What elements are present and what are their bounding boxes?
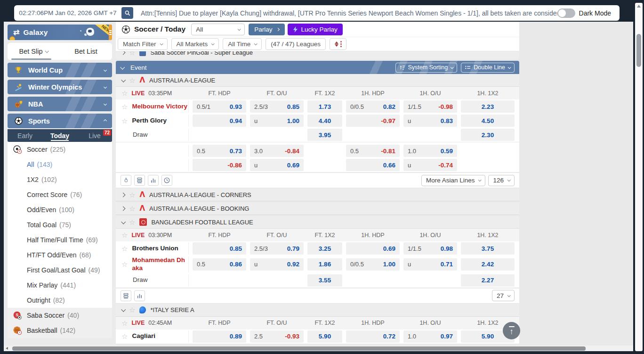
parlay-button[interactable]: Parlay	[249, 24, 285, 35]
rows-icon[interactable]	[121, 290, 131, 301]
odds-cell[interactable]: 2.5/30.85	[250, 100, 304, 113]
league-header[interactable]: ☆BANGLADESH FOOTBALL LEAGUE	[116, 216, 519, 229]
sport-item-outright[interactable]: Outright(82)	[8, 293, 112, 308]
match-filter-button[interactable]: Match Filter	[118, 38, 168, 50]
odds-cell[interactable]: 1.00.59	[403, 145, 457, 157]
favorite-star-icon[interactable]: ☆	[121, 333, 128, 340]
odds-cell[interactable]: 0.94	[193, 115, 246, 127]
odds-cell[interactable]: 0.72	[346, 330, 400, 343]
odds-cell[interactable]: 0.50.73	[193, 145, 246, 157]
odds-cell[interactable]: 5.90	[307, 330, 342, 343]
dark-mode-toggle[interactable]	[557, 8, 575, 18]
odds-cell[interactable]: 2.30	[461, 129, 515, 141]
league-header[interactable]: ☆ΛAUSTRALIA A-LEAGUE - BOOKING	[116, 202, 519, 215]
odds-cell[interactable]: 1.00.97	[403, 330, 457, 343]
league-header[interactable]: ☆ Saba Soccer PinGoal - Super League	[116, 51, 519, 59]
sport-item-first-goal-last-goal[interactable]: First Goal/Last Goal(49)	[8, 263, 112, 278]
odds-cell[interactable]: 0.5-0.81	[346, 145, 400, 157]
favorite-star-icon[interactable]: ☆	[121, 320, 128, 327]
odds-cell[interactable]: u1.00	[250, 115, 304, 127]
lucky-parlay-button[interactable]: Lucky Parlay	[288, 24, 342, 35]
section-select[interactable]: 126	[488, 175, 515, 186]
odds-cell[interactable]: 1/1.5-0.98	[403, 100, 457, 113]
odds-cell[interactable]: 2.27	[461, 274, 515, 287]
favorite-star-icon[interactable]: ☆	[129, 306, 135, 313]
odds-cell[interactable]: 2.5/30.79	[250, 242, 304, 255]
odds-cell[interactable]: 4.40	[307, 115, 342, 127]
favorite-star-icon[interactable]: ☆	[129, 205, 135, 212]
odds-cell[interactable]: 0.50.86	[193, 258, 246, 271]
sport-item-ht-ft-odd-even[interactable]: HT/FT Odd/Even(68)	[8, 247, 112, 263]
sidebar-item-nba[interactable]: NBA	[8, 97, 112, 111]
section-select[interactable]: 27	[492, 290, 515, 301]
favorite-star-icon[interactable]: ☆	[129, 219, 135, 226]
sport-item-saba-soccer[interactable]: SSaba Soccer(40)	[8, 308, 112, 323]
odds-cell[interactable]: 3.75	[461, 242, 515, 255]
favorite-star-icon[interactable]: ☆	[121, 90, 128, 97]
streak-icon[interactable]	[121, 175, 131, 186]
scroll-to-top-button[interactable]: ↑	[503, 322, 520, 339]
odds-cell[interactable]: u0.92	[250, 258, 304, 271]
odds-cell[interactable]: 0/0.51.00	[346, 258, 400, 271]
sport-item-soccer[interactable]: Soccer(225)	[8, 142, 112, 157]
horizontal-scrollbar[interactable]	[4, 346, 633, 351]
sport-item-half-time-full-time[interactable]: Half Time/Full Time(69)	[8, 232, 112, 247]
odds-cell[interactable]: 3.95	[307, 129, 342, 141]
odds-cell[interactable]: 0.5/10.93	[193, 100, 246, 113]
odds-cell[interactable]: 3.55	[307, 274, 342, 287]
sport-item-1x2[interactable]: 1X2(102)	[8, 172, 112, 187]
odds-cell[interactable]: 3.0-0.84	[250, 145, 304, 157]
odds-cell[interactable]: -0.97	[346, 115, 400, 127]
all-markets-button[interactable]: All Markets	[171, 38, 219, 50]
odds-cell[interactable]: 0.89	[193, 330, 246, 343]
horizontal-scrollbar-thumb[interactable]	[12, 346, 586, 351]
search-button[interactable]	[121, 7, 133, 19]
league-header[interactable]: ☆ΛAUSTRALIA A-LEAGUE	[116, 74, 519, 87]
sidebar-item-winter-olympics[interactable]: Winter Olympics	[8, 80, 112, 94]
tab-today[interactable]: Today	[42, 129, 77, 142]
brand-banner[interactable]: ⇄ Galaxy NEW	[8, 25, 112, 40]
favorite-star-icon[interactable]: ☆	[121, 245, 128, 252]
sidebar-item-world-cup[interactable]: World Cup	[8, 63, 112, 77]
sport-item-total-goal[interactable]: Total Goal(75)	[8, 217, 112, 232]
odds-cell[interactable]: 0.66	[346, 159, 400, 171]
sidebar-item-sports[interactable]: Sports	[8, 114, 112, 128]
leagues-count-button[interactable]: (47 / 47) Leagues	[266, 38, 326, 50]
odds-cell[interactable]: 1.86	[307, 258, 342, 271]
favorite-star-icon[interactable]: ☆	[121, 261, 128, 268]
chart-icon[interactable]	[148, 175, 159, 186]
odds-cell[interactable]: 2.42	[461, 258, 515, 271]
chart-icon[interactable]	[134, 290, 145, 301]
odds-cell[interactable]: 4.50	[461, 115, 515, 127]
odds-cell[interactable]: 3.25	[307, 242, 342, 255]
scroll-left-arrow-icon[interactable]	[6, 347, 8, 350]
favorite-star-icon[interactable]: ☆	[129, 51, 135, 56]
section-select[interactable]: More Asian Lines	[421, 175, 486, 186]
odds-cell[interactable]: 2.5-0.93	[250, 330, 304, 343]
odds-cell[interactable]: u0.83	[403, 115, 457, 127]
odds-cell[interactable]: -0.86	[193, 159, 246, 171]
tab-early[interactable]: Early	[8, 129, 42, 142]
odds-cell[interactable]: 0.69	[346, 242, 400, 255]
odds-cell[interactable]: u0.71	[403, 258, 457, 271]
sport-item-mix-parlay[interactable]: Mix Parlay(441)	[8, 278, 112, 293]
league-header[interactable]: ☆*ITALY SERIE A	[116, 304, 519, 317]
favorite-star-icon[interactable]: ☆	[121, 117, 128, 124]
line-mode-select[interactable]: Double Line	[461, 63, 515, 73]
sort-toggle-button[interactable]	[330, 38, 346, 50]
odds-cell[interactable]: 1/1.50.98	[403, 242, 457, 255]
odds-cell[interactable]: 0.85	[193, 242, 246, 255]
history-icon[interactable]	[161, 175, 172, 186]
tab-live[interactable]: Live 72	[77, 129, 112, 142]
odds-cell[interactable]: 1.73	[307, 100, 342, 113]
favorite-star-icon[interactable]: ☆	[129, 191, 135, 198]
sport-filter-select[interactable]: All	[191, 24, 245, 35]
rows-icon[interactable]	[134, 175, 145, 186]
vertical-scrollbar[interactable]	[635, 3, 643, 351]
sport-item-basketball[interactable]: Basketball(142)	[8, 323, 112, 338]
odds-cell[interactable]: u-0.74	[403, 159, 457, 171]
scroll-up-arrow-icon[interactable]	[637, 5, 641, 8]
vertical-scrollbar-thumb[interactable]	[636, 34, 641, 67]
favorite-star-icon[interactable]: ☆	[121, 103, 128, 110]
chevron-down-icon[interactable]	[120, 65, 125, 69]
